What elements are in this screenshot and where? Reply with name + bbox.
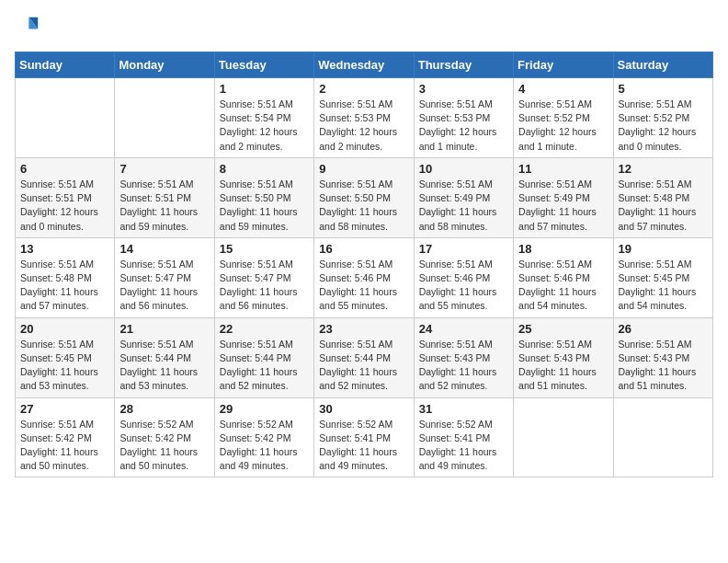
weekday-header-cell: Sunday (16, 52, 115, 78)
page-header (15, 15, 713, 40)
day-number: 22 (220, 322, 309, 336)
weekday-header-cell: Tuesday (214, 52, 313, 78)
calendar-week-row: 1Sunrise: 5:51 AM Sunset: 5:54 PM Daylig… (16, 78, 713, 158)
day-info: Sunrise: 5:51 AM Sunset: 5:50 PM Dayligh… (220, 178, 309, 234)
day-info: Sunrise: 5:52 AM Sunset: 5:42 PM Dayligh… (220, 418, 309, 474)
calendar-cell: 5Sunrise: 5:51 AM Sunset: 5:52 PM Daylig… (613, 78, 712, 158)
calendar-cell (115, 78, 214, 158)
calendar-cell: 18Sunrise: 5:51 AM Sunset: 5:46 PM Dayli… (514, 237, 613, 317)
calendar-cell: 1Sunrise: 5:51 AM Sunset: 5:54 PM Daylig… (214, 78, 313, 158)
day-info: Sunrise: 5:51 AM Sunset: 5:49 PM Dayligh… (518, 178, 608, 234)
calendar-cell: 10Sunrise: 5:51 AM Sunset: 5:49 PM Dayli… (414, 157, 513, 237)
day-number: 2 (319, 82, 408, 96)
day-info: Sunrise: 5:51 AM Sunset: 5:46 PM Dayligh… (419, 258, 508, 314)
day-info: Sunrise: 5:51 AM Sunset: 5:44 PM Dayligh… (220, 338, 309, 394)
day-info: Sunrise: 5:51 AM Sunset: 5:43 PM Dayligh… (419, 338, 508, 394)
day-info: Sunrise: 5:51 AM Sunset: 5:47 PM Dayligh… (220, 258, 309, 314)
calendar-cell (514, 397, 613, 477)
calendar-week-row: 13Sunrise: 5:51 AM Sunset: 5:48 PM Dayli… (16, 237, 713, 317)
weekday-header-cell: Saturday (613, 52, 712, 78)
day-number: 15 (220, 242, 309, 256)
calendar-cell (16, 78, 115, 158)
calendar-cell: 26Sunrise: 5:51 AM Sunset: 5:43 PM Dayli… (613, 317, 712, 397)
calendar-cell: 28Sunrise: 5:52 AM Sunset: 5:42 PM Dayli… (115, 397, 214, 477)
calendar-cell: 17Sunrise: 5:51 AM Sunset: 5:46 PM Dayli… (414, 237, 513, 317)
day-info: Sunrise: 5:51 AM Sunset: 5:50 PM Dayligh… (319, 178, 408, 234)
calendar-week-row: 27Sunrise: 5:51 AM Sunset: 5:42 PM Dayli… (16, 397, 713, 477)
calendar-cell: 22Sunrise: 5:51 AM Sunset: 5:44 PM Dayli… (214, 317, 313, 397)
calendar-cell: 19Sunrise: 5:51 AM Sunset: 5:45 PM Dayli… (613, 237, 712, 317)
day-info: Sunrise: 5:51 AM Sunset: 5:46 PM Dayligh… (319, 258, 408, 314)
calendar-cell: 29Sunrise: 5:52 AM Sunset: 5:42 PM Dayli… (214, 397, 313, 477)
day-number: 12 (619, 162, 708, 176)
day-info: Sunrise: 5:51 AM Sunset: 5:44 PM Dayligh… (319, 338, 408, 394)
calendar-cell: 3Sunrise: 5:51 AM Sunset: 5:53 PM Daylig… (414, 78, 513, 158)
calendar-cell: 23Sunrise: 5:51 AM Sunset: 5:44 PM Dayli… (314, 317, 414, 397)
day-number: 3 (419, 82, 508, 96)
day-info: Sunrise: 5:51 AM Sunset: 5:45 PM Dayligh… (20, 338, 109, 394)
calendar-cell: 2Sunrise: 5:51 AM Sunset: 5:53 PM Daylig… (314, 78, 414, 158)
calendar-cell: 13Sunrise: 5:51 AM Sunset: 5:48 PM Dayli… (16, 237, 115, 317)
day-info: Sunrise: 5:51 AM Sunset: 5:51 PM Dayligh… (119, 178, 209, 234)
calendar-cell: 9Sunrise: 5:51 AM Sunset: 5:50 PM Daylig… (314, 157, 414, 237)
calendar-cell: 31Sunrise: 5:52 AM Sunset: 5:41 PM Dayli… (414, 397, 513, 477)
day-info: Sunrise: 5:51 AM Sunset: 5:54 PM Dayligh… (220, 98, 309, 154)
day-number: 24 (419, 322, 508, 336)
day-number: 28 (119, 402, 209, 416)
day-number: 29 (220, 402, 309, 416)
weekday-header-cell: Thursday (414, 52, 513, 78)
calendar-cell: 15Sunrise: 5:51 AM Sunset: 5:47 PM Dayli… (214, 237, 313, 317)
day-number: 31 (419, 402, 508, 416)
day-number: 8 (220, 162, 309, 176)
day-number: 7 (119, 162, 209, 176)
calendar-cell: 14Sunrise: 5:51 AM Sunset: 5:47 PM Dayli… (115, 237, 214, 317)
day-info: Sunrise: 5:51 AM Sunset: 5:48 PM Dayligh… (20, 258, 109, 314)
calendar-cell: 21Sunrise: 5:51 AM Sunset: 5:44 PM Dayli… (115, 317, 214, 397)
day-info: Sunrise: 5:51 AM Sunset: 5:44 PM Dayligh… (119, 338, 209, 394)
calendar-body: 1Sunrise: 5:51 AM Sunset: 5:54 PM Daylig… (16, 78, 713, 477)
calendar-cell: 4Sunrise: 5:51 AM Sunset: 5:52 PM Daylig… (514, 78, 613, 158)
calendar-cell: 6Sunrise: 5:51 AM Sunset: 5:51 PM Daylig… (16, 157, 115, 237)
day-info: Sunrise: 5:51 AM Sunset: 5:53 PM Dayligh… (319, 98, 408, 154)
day-info: Sunrise: 5:51 AM Sunset: 5:47 PM Dayligh… (119, 258, 209, 314)
calendar-cell: 12Sunrise: 5:51 AM Sunset: 5:48 PM Dayli… (613, 157, 712, 237)
day-number: 5 (619, 82, 708, 96)
calendar-table: SundayMondayTuesdayWednesdayThursdayFrid… (15, 52, 713, 477)
day-info: Sunrise: 5:52 AM Sunset: 5:41 PM Dayligh… (319, 418, 408, 474)
day-number: 21 (119, 322, 209, 336)
day-number: 23 (319, 322, 408, 336)
day-number: 13 (20, 242, 109, 256)
day-info: Sunrise: 5:52 AM Sunset: 5:42 PM Dayligh… (119, 418, 209, 474)
day-info: Sunrise: 5:51 AM Sunset: 5:52 PM Dayligh… (619, 98, 708, 154)
day-number: 6 (20, 162, 109, 176)
day-number: 14 (119, 242, 209, 256)
calendar-cell: 8Sunrise: 5:51 AM Sunset: 5:50 PM Daylig… (214, 157, 313, 237)
day-number: 26 (619, 322, 708, 336)
calendar-cell: 11Sunrise: 5:51 AM Sunset: 5:49 PM Dayli… (514, 157, 613, 237)
calendar-cell: 16Sunrise: 5:51 AM Sunset: 5:46 PM Dayli… (314, 237, 414, 317)
weekday-header-cell: Monday (115, 52, 214, 78)
day-number: 4 (518, 82, 608, 96)
calendar-week-row: 20Sunrise: 5:51 AM Sunset: 5:45 PM Dayli… (16, 317, 713, 397)
day-number: 18 (518, 242, 608, 256)
logo-icon (15, 15, 40, 40)
day-number: 30 (319, 402, 408, 416)
day-number: 25 (518, 322, 608, 336)
day-number: 20 (20, 322, 109, 336)
day-number: 9 (319, 162, 408, 176)
day-number: 10 (419, 162, 508, 176)
calendar-cell: 20Sunrise: 5:51 AM Sunset: 5:45 PM Dayli… (16, 317, 115, 397)
weekday-header-cell: Friday (514, 52, 613, 78)
calendar-week-row: 6Sunrise: 5:51 AM Sunset: 5:51 PM Daylig… (16, 157, 713, 237)
weekday-header-row: SundayMondayTuesdayWednesdayThursdayFrid… (16, 52, 713, 78)
day-number: 17 (419, 242, 508, 256)
calendar-cell: 25Sunrise: 5:51 AM Sunset: 5:43 PM Dayli… (514, 317, 613, 397)
calendar-cell: 30Sunrise: 5:52 AM Sunset: 5:41 PM Dayli… (314, 397, 414, 477)
day-info: Sunrise: 5:51 AM Sunset: 5:45 PM Dayligh… (619, 258, 708, 314)
calendar-cell: 7Sunrise: 5:51 AM Sunset: 5:51 PM Daylig… (115, 157, 214, 237)
day-info: Sunrise: 5:51 AM Sunset: 5:46 PM Dayligh… (518, 258, 608, 314)
day-number: 11 (518, 162, 608, 176)
day-info: Sunrise: 5:52 AM Sunset: 5:41 PM Dayligh… (419, 418, 508, 474)
day-info: Sunrise: 5:51 AM Sunset: 5:43 PM Dayligh… (518, 338, 608, 394)
day-number: 1 (220, 82, 309, 96)
